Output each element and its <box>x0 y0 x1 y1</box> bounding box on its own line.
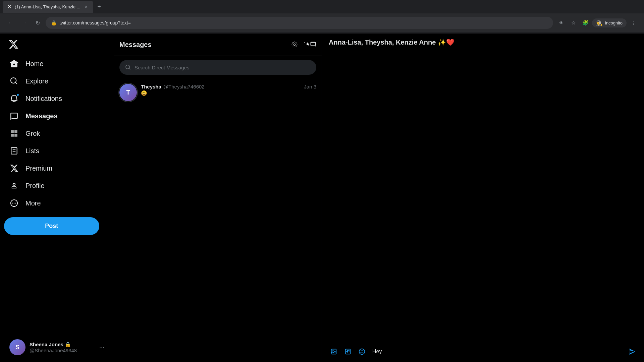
notifications-icon <box>9 94 19 103</box>
sidebar-logo[interactable] <box>4 36 110 54</box>
user-more-button[interactable]: ··· <box>99 344 104 351</box>
chat-input[interactable] <box>372 349 622 355</box>
user-handle: @SheenaJone49348 <box>30 348 95 353</box>
toolbar-actions: 👁 ☆ 🧩 🕵 Incognito ⋮ <box>556 17 639 28</box>
gif-button[interactable] <box>341 345 354 358</box>
header-actions <box>288 38 316 51</box>
sidebar-item-label-home: Home <box>25 60 43 68</box>
messages-icon <box>9 111 19 121</box>
sidebar-item-label-notifications: Notifications <box>25 95 62 103</box>
sidebar-item-label-grok: Grok <box>25 130 40 137</box>
messages-title: Messages <box>119 41 152 49</box>
sidebar-item-notifications[interactable]: Notifications <box>4 90 110 107</box>
chat-area: Anna-Lisa, Theysha, Kenzie Anne ✨❤️ <box>322 34 644 362</box>
message-list: T Theysha @Theysha746602 Jan 3 😀 <box>114 79 322 362</box>
sidebar-item-home[interactable]: Home <box>4 55 110 72</box>
emoji-icon <box>358 348 366 355</box>
reader-mode-button[interactable]: 👁 <box>556 17 567 28</box>
message-header-theysha: Theysha @Theysha746602 Jan 3 <box>141 84 316 89</box>
reload-button[interactable]: ↻ <box>32 17 43 28</box>
sidebar-item-more[interactable]: More <box>4 194 110 212</box>
extensions-button[interactable]: 🧩 <box>580 17 591 28</box>
profile-icon <box>9 181 19 190</box>
lock-icon: 🔒 <box>65 342 71 348</box>
avatar-initials: S <box>15 344 19 351</box>
tab-title: (1) Anna-Lisa, Theysha, Kenzie ... <box>15 4 80 9</box>
address-bar[interactable]: 🔒 twitter.com/messages/group?text= <box>46 17 553 29</box>
forward-button[interactable]: → <box>19 17 30 28</box>
message-time-theysha: Jan 3 <box>304 84 316 89</box>
browser-tabs: ✕ (1) Anna-Lisa, Theysha, Kenzie ... ✕ + <box>0 0 644 13</box>
message-handle-theysha: @Theysha746602 <box>163 84 205 89</box>
lists-icon <box>9 146 19 156</box>
back-button[interactable]: ← <box>5 17 16 28</box>
incognito-label: Incognito <box>605 20 623 25</box>
sidebar: Home Explore Notifications Messages <box>0 34 114 362</box>
user-info: Sheena Jones 🔒 @SheenaJone49348 <box>30 342 95 353</box>
url-text: twitter.com/messages/group?text= <box>59 20 131 25</box>
settings-icon <box>291 41 298 48</box>
explore-icon <box>9 76 19 86</box>
message-preview-theysha: 😀 <box>141 90 316 96</box>
x-logo-icon <box>8 39 19 50</box>
chat-header: Anna-Lisa, Theysha, Kenzie Anne ✨❤️ <box>322 34 644 51</box>
sidebar-item-label-messages: Messages <box>25 112 58 120</box>
search-placeholder: Search Direct Messages <box>135 65 189 70</box>
settings-button[interactable] <box>288 38 301 51</box>
incognito-icon: 🕵 <box>596 20 603 26</box>
sidebar-item-grok[interactable]: Grok <box>4 125 110 142</box>
search-icon <box>125 64 131 70</box>
grok-icon <box>9 129 19 138</box>
browser-tab-active[interactable]: ✕ (1) Anna-Lisa, Theysha, Kenzie ... ✕ <box>3 1 93 13</box>
send-button[interactable] <box>626 345 639 358</box>
sidebar-item-label-more: More <box>25 199 41 207</box>
image-icon <box>330 348 337 355</box>
more-icon <box>9 198 19 208</box>
app: Home Explore Notifications Messages <box>0 34 644 362</box>
notification-dot <box>16 93 19 97</box>
messages-header: Messages <box>114 34 322 56</box>
compose-icon <box>304 41 310 48</box>
messages-panel: Messages Search Direct Messages T <box>114 34 322 362</box>
user-profile-area[interactable]: S Sheena Jones 🔒 @SheenaJone49348 ··· <box>4 335 110 359</box>
tab-favicon: ✕ <box>7 4 12 9</box>
sidebar-item-label-lists: Lists <box>25 147 39 155</box>
bookmark-button[interactable]: ☆ <box>568 17 579 28</box>
browser-toolbar: ← → ↻ 🔒 twitter.com/messages/group?text=… <box>0 13 644 32</box>
chat-toolbar <box>327 345 368 358</box>
incognito-badge: 🕵 Incognito <box>592 18 627 27</box>
gif-icon <box>344 348 352 355</box>
user-avatar: S <box>9 339 25 355</box>
chat-input-area <box>322 341 644 362</box>
send-icon <box>629 348 636 355</box>
menu-button[interactable]: ⋮ <box>628 17 639 28</box>
home-icon <box>9 59 19 68</box>
chat-title: Anna-Lisa, Theysha, Kenzie Anne ✨❤️ <box>329 39 454 46</box>
sidebar-item-premium[interactable]: Premium <box>4 160 110 177</box>
compose-message-button[interactable] <box>304 38 316 51</box>
post-button[interactable]: Post <box>4 217 99 235</box>
message-item-theysha[interactable]: T Theysha @Theysha746602 Jan 3 😀 <box>114 79 322 106</box>
sidebar-item-explore[interactable]: Explore <box>4 72 110 90</box>
attach-image-button[interactable] <box>327 345 340 358</box>
browser-chrome: ✕ (1) Anna-Lisa, Theysha, Kenzie ... ✕ +… <box>0 0 644 34</box>
tab-close-button[interactable]: ✕ <box>83 4 89 10</box>
lock-icon: 🔒 <box>51 20 57 25</box>
sidebar-item-label-explore: Explore <box>25 77 48 85</box>
sidebar-item-profile[interactable]: Profile <box>4 177 110 194</box>
search-container: Search Direct Messages <box>114 56 322 79</box>
sidebar-item-label-profile: Profile <box>25 182 45 190</box>
chat-messages <box>322 51 644 341</box>
sidebar-item-label-premium: Premium <box>25 165 52 172</box>
emoji-button[interactable] <box>356 345 368 358</box>
new-tab-button[interactable]: + <box>95 2 104 11</box>
sidebar-item-messages[interactable]: Messages <box>4 107 110 125</box>
search-bar[interactable]: Search Direct Messages <box>119 60 316 75</box>
message-avatar-theysha: T <box>119 84 137 101</box>
sidebar-item-lists[interactable]: Lists <box>4 142 110 160</box>
message-content-theysha: Theysha @Theysha746602 Jan 3 😀 <box>141 84 316 96</box>
user-display-name: Sheena Jones 🔒 <box>30 342 95 348</box>
message-name-theysha: Theysha <box>141 84 161 89</box>
premium-icon <box>9 164 19 173</box>
